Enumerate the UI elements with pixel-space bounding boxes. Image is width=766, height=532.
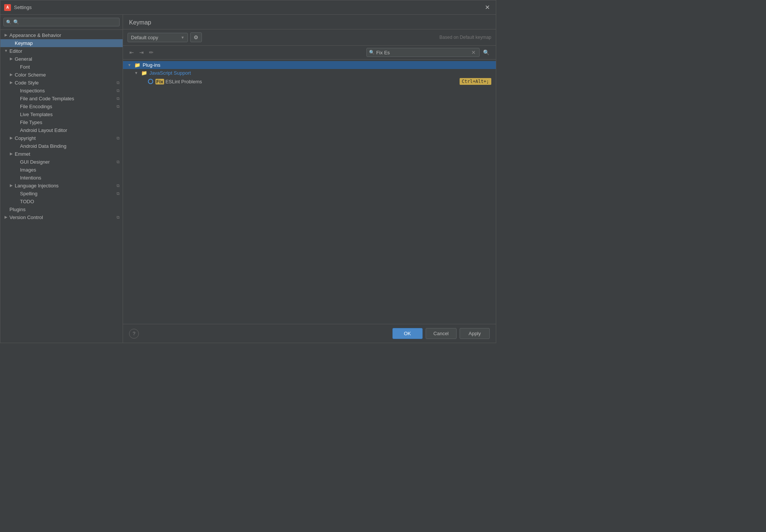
sidebar-item-inspections[interactable]: Inspections ⧉ — [0, 87, 123, 95]
chevron-empty — [14, 159, 19, 165]
sidebar-item-images[interactable]: Images — [0, 166, 123, 174]
chevron-right-icon — [9, 72, 14, 78]
sidebar-item-intentions[interactable]: Intentions — [0, 174, 123, 182]
search-icon: 🔍 — [6, 20, 12, 25]
sidebar-item-gui-designer[interactable]: GUI Designer ⧉ — [0, 158, 123, 166]
sidebar-item-language-injections[interactable]: Language Injections ⧉ — [0, 182, 123, 190]
sidebar: 🔍 Appearance & Behavior Keymap — [0, 15, 123, 343]
copy-icon: ⧉ — [117, 159, 120, 164]
find-action-button[interactable]: 🔍 — [481, 48, 491, 57]
keymap-tree: ▼ 📁 Plug-ins ▼ 📁 JavaScript Support Fix … — [123, 60, 496, 324]
help-button[interactable]: ? — [129, 329, 139, 339]
chevron-empty — [14, 104, 19, 109]
copy-icon: ⧉ — [117, 191, 120, 196]
ok-button[interactable]: OK — [392, 328, 423, 339]
sidebar-item-label: Code Style — [15, 80, 39, 86]
sidebar-item-color-scheme[interactable]: Color Scheme — [0, 71, 123, 79]
keymap-js-support-row[interactable]: ▼ 📁 JavaScript Support — [123, 69, 496, 77]
based-on-text: Based on Default keymap — [440, 35, 491, 40]
sidebar-item-label: Emmet — [15, 151, 30, 157]
sidebar-item-spelling[interactable]: Spelling ⧉ — [0, 190, 123, 198]
keymap-search-input[interactable] — [376, 50, 470, 55]
sidebar-item-label: Android Layout Editor — [20, 127, 67, 133]
sidebar-item-label: Inspections — [20, 88, 45, 94]
folder-icon: 📁 — [134, 62, 140, 68]
keymap-toolbar: Default copy ▼ ⚙ Based on Default keymap — [123, 29, 496, 46]
sidebar-item-label: Editor — [9, 48, 22, 54]
sidebar-item-android-layout-editor[interactable]: Android Layout Editor — [0, 126, 123, 134]
sidebar-search-wrap[interactable]: 🔍 — [3, 18, 120, 26]
gear-button[interactable]: ⚙ — [190, 32, 202, 42]
keymap-eslint-row[interactable]: Fix ESLint Problems Ctrl+Alt+; — [123, 77, 496, 86]
sidebar-item-label: Android Data Binding — [20, 143, 66, 149]
fix-highlight-text: Fix — [155, 79, 164, 84]
sidebar-item-file-encodings[interactable]: File Encodings ⧉ — [0, 103, 123, 110]
action-circle-icon — [148, 79, 153, 84]
sidebar-item-label: Images — [20, 167, 36, 173]
sidebar-item-version-control[interactable]: Version Control ⧉ — [0, 213, 123, 221]
sidebar-item-label: Live Templates — [20, 112, 52, 117]
copy-icon: ⧉ — [117, 96, 120, 101]
sidebar-item-label: TODO — [20, 199, 34, 204]
chevron-right-icon — [9, 57, 14, 62]
sidebar-item-label: Keymap — [15, 40, 33, 46]
sidebar-item-appearance[interactable]: Appearance & Behavior — [0, 31, 123, 39]
apply-button[interactable]: Apply — [460, 328, 490, 339]
copy-icon: ⧉ — [117, 88, 120, 93]
close-button[interactable]: ✕ — [483, 3, 492, 12]
sidebar-item-live-templates[interactable]: Live Templates — [0, 110, 123, 118]
sidebar-item-file-code-templates[interactable]: File and Code Templates ⧉ — [0, 95, 123, 103]
expand-all-button[interactable]: ⇥ — [137, 48, 146, 57]
chevron-empty — [14, 96, 19, 101]
right-panel: Keymap Default copy ▼ ⚙ Based on Default… — [123, 15, 496, 343]
sidebar-item-label: GUI Designer — [20, 159, 50, 165]
sidebar-item-code-style[interactable]: Code Style ⧉ — [0, 79, 123, 87]
settings-window: A Settings ✕ 🔍 Appearance & Behavior — [0, 0, 496, 343]
chevron-empty — [14, 128, 19, 133]
title-bar: A Settings ✕ — [0, 0, 496, 15]
chevron-empty — [14, 120, 19, 125]
sidebar-item-editor[interactable]: Editor — [0, 47, 123, 55]
sidebar-item-emmet[interactable]: Emmet — [0, 150, 123, 158]
plugins-row-label: Plug-ins — [143, 62, 491, 68]
chevron-empty — [14, 167, 19, 173]
sidebar-item-keymap[interactable]: Keymap — [0, 39, 123, 47]
sidebar-search-input[interactable] — [13, 19, 117, 25]
sidebar-item-label: Spelling — [20, 191, 37, 196]
sidebar-item-plugins[interactable]: Plugins — [0, 205, 123, 213]
keymap-dropdown[interactable]: Default copy ▼ — [128, 33, 188, 42]
filter-search-wrap: 🔍 ✕ — [366, 48, 480, 57]
edit-shortcut-button[interactable]: ✏ — [147, 48, 155, 57]
sidebar-item-general[interactable]: General — [0, 55, 123, 63]
keymap-plugins-row[interactable]: ▼ 📁 Plug-ins — [123, 61, 496, 69]
chevron-empty — [14, 191, 19, 196]
chevron-empty — [9, 41, 14, 46]
copy-icon: ⧉ — [117, 215, 120, 220]
chevron-down-icon: ▼ — [181, 35, 185, 40]
sidebar-item-label: File Types — [20, 120, 42, 125]
keymap-dropdown-value: Default copy — [131, 35, 179, 40]
sidebar-tree: Appearance & Behavior Keymap Editor Gene… — [0, 30, 123, 343]
chevron-right-icon — [9, 136, 14, 141]
sidebar-item-label: File Encodings — [20, 104, 52, 109]
sidebar-item-label: Language Injections — [15, 183, 58, 189]
collapse-all-button[interactable]: ⇤ — [128, 48, 136, 57]
sidebar-item-android-data-binding[interactable]: Android Data Binding — [0, 142, 123, 150]
chevron-down-icon: ▼ — [134, 71, 140, 75]
chevron-right-icon — [9, 183, 14, 189]
copy-icon: ⧉ — [117, 136, 120, 141]
chevron-empty — [14, 64, 19, 70]
chevron-right-icon — [3, 33, 9, 38]
sidebar-item-file-types[interactable]: File Types — [0, 118, 123, 126]
search-filter-bar: ⇤ ⇥ ✏ 🔍 ✕ 🔍 — [123, 46, 496, 60]
bottom-bar: ? OK Cancel Apply — [123, 324, 496, 343]
cancel-button[interactable]: Cancel — [426, 328, 457, 339]
chevron-empty — [3, 207, 9, 212]
main-content: 🔍 Appearance & Behavior Keymap — [0, 15, 496, 343]
sidebar-item-todo[interactable]: TODO — [0, 198, 123, 205]
chevron-right-icon — [9, 152, 14, 157]
clear-search-button[interactable]: ✕ — [470, 49, 477, 55]
app-icon: A — [4, 4, 11, 11]
sidebar-item-copyright[interactable]: Copyright ⧉ — [0, 134, 123, 142]
sidebar-item-font[interactable]: Font — [0, 63, 123, 71]
